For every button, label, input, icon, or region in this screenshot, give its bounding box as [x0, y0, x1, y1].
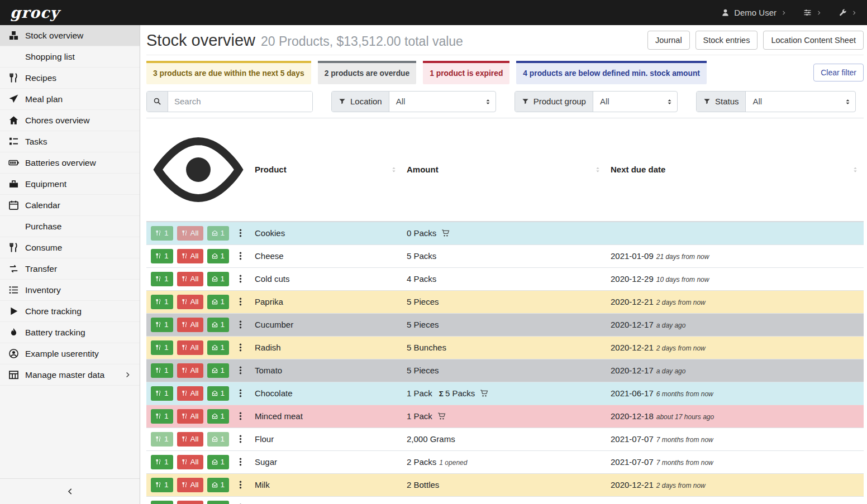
consume-all-button[interactable]: All: [177, 249, 203, 263]
amount-column-header[interactable]: Amount: [402, 118, 606, 222]
clear-filter-button[interactable]: Clear filter: [813, 64, 864, 81]
consume-one-button[interactable]: 1: [151, 226, 173, 241]
consume-one-button[interactable]: 1: [151, 249, 173, 263]
sort-icon[interactable]: [390, 166, 398, 174]
row-menu-button[interactable]: [234, 251, 247, 261]
row-menu-button[interactable]: [234, 320, 247, 329]
open-one-button[interactable]: 1: [207, 501, 230, 504]
sidebar-item-calendar[interactable]: Calendar: [0, 195, 140, 216]
product-name[interactable]: Minced meat: [250, 405, 402, 428]
consume-one-button[interactable]: 1: [151, 432, 173, 447]
consume-all-button[interactable]: All: [177, 386, 203, 401]
consume-one-button[interactable]: 1: [151, 295, 173, 309]
open-one-button[interactable]: 1: [207, 386, 230, 401]
consume-one-button[interactable]: 1: [151, 318, 173, 332]
sidebar-item-consume[interactable]: Consume: [0, 237, 140, 258]
consume-all-button[interactable]: All: [177, 432, 203, 447]
row-menu-button[interactable]: [234, 366, 247, 375]
location-select[interactable]: All: [389, 92, 496, 112]
product-column-header[interactable]: Product: [250, 118, 402, 222]
shopping-cart-icon[interactable]: [441, 229, 450, 237]
row-menu-button[interactable]: [234, 457, 247, 467]
consume-all-button[interactable]: All: [177, 226, 203, 241]
product-name[interactable]: Tomato: [250, 359, 402, 382]
location-content-sheet-button[interactable]: Location Content Sheet: [763, 31, 864, 50]
sidebar-item-shopping-list[interactable]: Shopping list: [0, 46, 140, 68]
open-one-button[interactable]: 1: [207, 318, 230, 332]
consume-all-button[interactable]: All: [177, 501, 203, 504]
open-one-button[interactable]: 1: [207, 226, 230, 241]
row-menu-button[interactable]: [234, 388, 247, 398]
open-one-button[interactable]: 1: [207, 249, 230, 263]
product-group-select[interactable]: All: [593, 92, 677, 112]
product-name[interactable]: Flour: [250, 428, 402, 450]
sidebar-item-inventory[interactable]: Inventory: [0, 280, 140, 301]
consume-one-button[interactable]: 1: [151, 501, 173, 504]
open-one-button[interactable]: 1: [207, 340, 230, 355]
sidebar-item-transfer[interactable]: Transfer: [0, 258, 140, 280]
row-menu-button[interactable]: [234, 480, 247, 489]
user-menu[interactable]: Demo User: [721, 8, 787, 17]
consume-all-button[interactable]: All: [177, 295, 203, 309]
search-input[interactable]: [168, 92, 312, 112]
product-name[interactable]: Cold cuts: [250, 267, 402, 290]
consume-all-button[interactable]: All: [177, 478, 203, 492]
row-menu-button[interactable]: [234, 274, 247, 284]
open-one-button[interactable]: 1: [207, 363, 230, 378]
consume-one-button[interactable]: 1: [151, 478, 173, 492]
row-menu-button[interactable]: [234, 297, 247, 306]
sidebar-item-chore-tracking[interactable]: Chore tracking: [0, 301, 140, 322]
product-name[interactable]: Cookies: [250, 222, 402, 245]
sidebar-item-equipment[interactable]: Equipment: [0, 174, 140, 195]
product-name[interactable]: Milk: [250, 473, 402, 496]
sort-icon[interactable]: [851, 166, 859, 174]
row-menu-button[interactable]: [234, 228, 247, 238]
consume-one-button[interactable]: 1: [151, 386, 173, 401]
row-menu-button[interactable]: [234, 343, 247, 352]
product-name[interactable]: Radish: [250, 336, 402, 359]
consume-one-button[interactable]: 1: [151, 409, 173, 424]
stock-entries-button[interactable]: Stock entries: [695, 31, 758, 50]
sidebar-item-manage-master-data[interactable]: Manage master data: [0, 364, 140, 386]
open-one-button[interactable]: 1: [207, 478, 230, 492]
consume-one-button[interactable]: 1: [151, 340, 173, 355]
journal-button[interactable]: Journal: [647, 31, 690, 50]
open-one-button[interactable]: 1: [207, 295, 230, 309]
open-one-button[interactable]: 1: [207, 272, 230, 286]
product-name[interactable]: Cheese: [250, 244, 402, 267]
sidebar-item-tasks[interactable]: Tasks: [0, 131, 140, 152]
sidebar-item-meal-plan[interactable]: Meal plan: [0, 89, 140, 110]
open-one-button[interactable]: 1: [207, 432, 230, 447]
product-name[interactable]: Paprika: [250, 290, 402, 313]
row-menu-button[interactable]: [234, 434, 247, 444]
consume-all-button[interactable]: All: [177, 409, 203, 424]
shopping-cart-icon[interactable]: [437, 412, 446, 420]
product-name[interactable]: Cucumber: [250, 313, 402, 336]
sidebar-item-example-userentity[interactable]: Example userentity: [0, 343, 140, 364]
consume-one-button[interactable]: 1: [151, 272, 173, 286]
admin-menu[interactable]: [839, 8, 857, 17]
app-logo[interactable]: grocy: [10, 4, 59, 21]
consume-one-button[interactable]: 1: [151, 363, 173, 378]
sidebar-item-recipes[interactable]: Recipes: [0, 68, 140, 89]
consume-all-button[interactable]: All: [177, 455, 203, 469]
sidebar-collapse-button[interactable]: [0, 478, 140, 504]
settings-menu[interactable]: [803, 8, 822, 17]
consume-all-button[interactable]: All: [177, 363, 203, 378]
sidebar-item-batteries-overview[interactable]: Batteries overview: [0, 152, 140, 174]
sidebar-item-chores-overview[interactable]: Chores overview: [0, 110, 140, 131]
consume-all-button[interactable]: All: [177, 272, 203, 286]
sort-icon[interactable]: [594, 166, 602, 174]
status-select[interactable]: All: [746, 92, 855, 112]
product-name[interactable]: Sugar: [250, 450, 402, 473]
product-name[interactable]: Chocolate: [250, 382, 402, 405]
consume-one-button[interactable]: 1: [151, 455, 173, 469]
sidebar-item-purchase[interactable]: Purchase: [0, 216, 140, 237]
product-name[interactable]: Milk Chocolate: [250, 496, 402, 504]
open-one-button[interactable]: 1: [207, 455, 230, 469]
sidebar-item-stock-overview[interactable]: Stock overview: [0, 25, 140, 46]
shopping-cart-icon[interactable]: [479, 389, 489, 397]
consume-all-button[interactable]: All: [177, 340, 203, 355]
eye-icon[interactable]: [151, 122, 246, 217]
row-menu-button[interactable]: [234, 411, 247, 421]
